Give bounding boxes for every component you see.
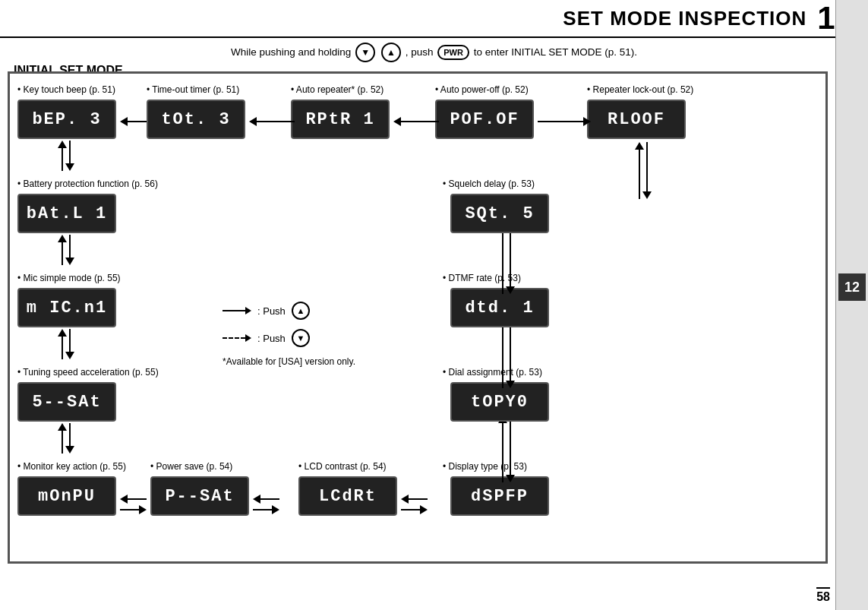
arrow-lcd-dsp [401, 505, 428, 514]
tot3-display: tOt. 3 [147, 100, 245, 139]
instruction-line: While pushing and holding ▼ ▲ , push PWR… [0, 43, 868, 62]
bat1-display: bAt.L 1 [17, 194, 116, 233]
page-header: SET MODE INSPECTION 12 [0, 0, 868, 38]
section-box: • Key touch beep (p. 51) bEP. 3 • Time-o… [8, 71, 828, 564]
lcd-contrast-label: • LCD contrast (p. 54) [298, 461, 387, 472]
arrow-pof-rloof [538, 117, 591, 126]
arrow-dtd-copy-down [506, 317, 515, 388]
arrow-copy-dsp-down [506, 416, 515, 482]
rptr1-display: RPtR 1 [291, 100, 390, 139]
legend-note: *Available for [USA] version only. [223, 356, 355, 367]
down-button: ▼ [355, 43, 375, 62]
arrow-lcd-psat [253, 495, 279, 504]
legend-push-down-label: : Push [257, 333, 286, 344]
pof-display: POF.OF [435, 100, 534, 139]
up-button: ▲ [381, 43, 401, 62]
arrow-sat-mic-up [58, 329, 67, 359]
right-sidebar: 12 [835, 0, 868, 610]
legend: : Push ▲ : Push ▼ *Available for [USA] v… [223, 302, 355, 367]
p-sat-display: P--SAt [150, 476, 249, 516]
instruction-before: While pushing and holding [231, 46, 351, 58]
tuning-speed-label: • Tuning speed acceleration (p. 55) [17, 367, 159, 378]
page-number: 58 [816, 587, 830, 604]
legend-push-up-label: : Push [257, 305, 286, 317]
sidebar-number: 12 [838, 273, 866, 301]
arrow-dsp-lcd [401, 495, 428, 504]
arrow-mic-batt-up [58, 235, 67, 265]
rloof-display: RLOOF [587, 100, 686, 139]
legend-up-btn: ▲ [292, 302, 310, 320]
auto-repeater-label: • Auto repeater* (p. 52) [291, 84, 383, 95]
squelch-delay-label: • Squelch delay (p. 53) [443, 179, 535, 189]
repeater-lock-label: • Repeater lock-out (p. 52) [587, 84, 693, 95]
arrow-rptr-tot [249, 117, 295, 126]
arrow-sqt-dtd-down [506, 224, 515, 294]
arrow-psat-lcd [253, 505, 279, 514]
arrow-rloof-sqt-down [642, 142, 652, 199]
auto-power-label: • Auto power-off (p. 52) [435, 84, 529, 95]
battery-label: • Battery protection function (p. 56) [17, 179, 158, 189]
key-touch-label: • Key touch beep (p. 51) [17, 84, 115, 95]
s-sat-display: 5--SAt [17, 382, 116, 422]
dial-assign-label: • Dial assignment (p. 53) [443, 367, 542, 378]
arrow-tot-bep [120, 117, 147, 126]
arrow-bat-up [58, 141, 67, 171]
legend-up-arrow [223, 307, 251, 314]
mic-simple-label: • Mic simple mode (p. 55) [17, 273, 121, 283]
pwr-button: PWR [437, 45, 469, 60]
timeout-label: • Time-out timer (p. 51) [147, 84, 239, 95]
lcdrt-display: LCdRt [298, 476, 397, 516]
arrow-monu-ssat-up [58, 423, 67, 454]
instruction-middle: , push [406, 46, 434, 58]
bep3-display: bEP. 3 [17, 100, 116, 139]
instruction-after: to enter INITIAL SET MODE (p. 51). [474, 46, 637, 58]
header-title: SET MODE INSPECTION [563, 7, 806, 30]
arrow-pof-rptr [393, 117, 439, 126]
sqt5-display: SQt. 5 [450, 194, 549, 233]
legend-down-btn: ▼ [292, 329, 310, 347]
power-save-label: • Power save (p. 54) [150, 461, 232, 472]
monitor-key-label: • Monitor key action (p. 55) [17, 461, 126, 472]
arrow-psat-monu [120, 495, 147, 504]
monu-display: mOnPU [17, 476, 116, 516]
legend-down-arrow [223, 334, 251, 342]
arrow-monu-psat [120, 505, 147, 514]
micn1-display: m IC.n1 [17, 288, 116, 327]
